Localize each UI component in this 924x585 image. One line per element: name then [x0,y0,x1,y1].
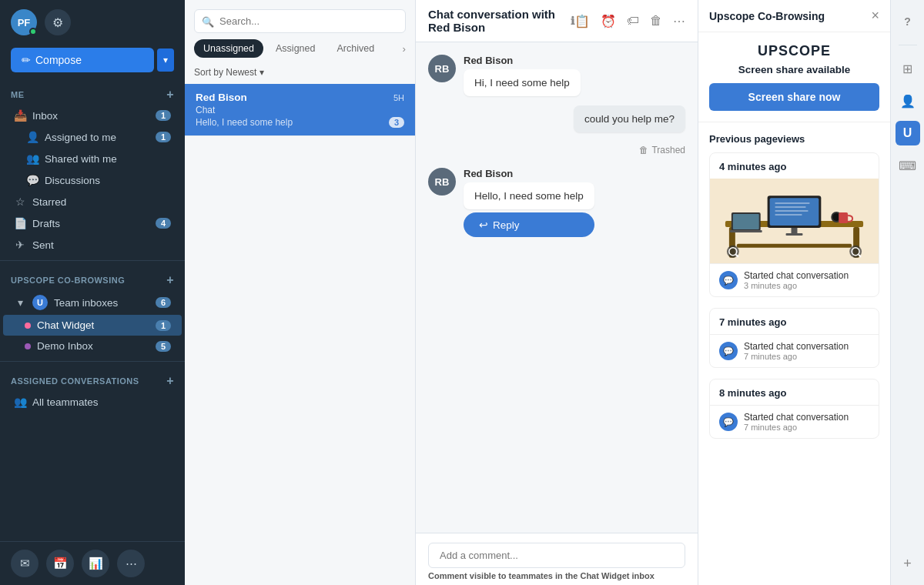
svg-rect-14 [839,212,848,223]
inbox-bottom-button[interactable]: ✉ [11,550,38,577]
chat-widget-badge: 1 [156,320,171,331]
shared-icon: 👥 [26,152,38,165]
screen-share-now-button[interactable]: Screen share now [709,83,879,111]
search-input[interactable] [194,9,406,33]
clock-button[interactable]: ⏰ [601,14,616,28]
trashed-indicator: 🗑 Trashed [428,142,685,159]
chat-messages: RB Red Bison Hi, I need some help could … [416,42,698,533]
screen-share-section: Screen share available Screen share now [698,64,890,122]
upscope-section-header: Upscope Co-browsing + [0,266,185,290]
sort-chevron-icon: ▾ [259,67,264,78]
trash-button[interactable]: 🗑 [650,14,662,28]
message-row-2: could you help me? [428,105,685,132]
edit-icon: ✏ [22,54,31,66]
keyboard-strip-button[interactable]: ⌨ [896,153,920,178]
teammates-icon: 👥 [14,396,26,408]
sidebar-bottom: ✉ 📅 📊 ⋯ [0,541,185,585]
add-assigned-button[interactable]: + [166,374,174,388]
message-bubble-wrap-3: Red Bison Hello, I need some help ↩ Repl… [464,168,594,237]
add-icon: + [903,556,912,572]
team-inboxes-badge: 6 [156,297,171,308]
settings-button[interactable]: ⚙ [45,9,71,35]
pageviews-section: Previous pageviews 4 minutes ago [698,122,890,460]
more-chat-button[interactable]: ⋯ [673,14,685,28]
help-icon: ? [904,15,911,28]
pageview-thumb-1 [710,179,879,263]
sidebar-item-discussions[interactable]: 💬 Discussions [3,169,182,191]
sidebar-item-drafts[interactable]: 📄 Drafts 4 [3,212,182,234]
sidebar-item-demo-inbox[interactable]: Demo Inbox 5 [3,336,182,356]
sidebar-item-starred[interactable]: ☆ Starred [3,191,182,212]
add-strip-button[interactable]: + [896,551,920,576]
pageview-event-3: 💬 Started chat conversation 7 minutes ag… [710,405,879,438]
user-strip-icon: 👤 [900,94,916,109]
tab-archived[interactable]: Archived [327,39,383,58]
sidebar-item-shared[interactable]: 👥 Shared with me [3,148,182,169]
compose-button[interactable]: ✏ Compose [11,48,154,72]
inbox-icon: 📥 [14,109,26,122]
reply-icon: ↩ [479,219,488,231]
drafts-badge: 4 [156,218,171,229]
message-bubble-wrap: Red Bison Hi, I need some help [464,55,581,96]
star-icon: ☆ [14,196,26,208]
sidebar-item-assigned-to-me[interactable]: 👤 Assigned to me 1 [3,126,182,148]
trash-small-icon: 🗑 [639,145,648,155]
icon-strip: ? ⊞ 👤 U ⌨ + [890,0,924,585]
mail-icon: ✉ [20,557,30,570]
chat-header: Chat conversation with Red Bison ℹ 📋 ⏰ 🏷… [416,0,698,42]
sort-button[interactable]: Sort by Newest ▾ [194,67,264,78]
calendar-button[interactable]: 📅 [46,550,74,577]
calendar-icon: 📅 [53,557,68,570]
keyboard-icon: ⌨ [899,159,916,173]
avatar[interactable]: PF [11,9,37,35]
grid-strip-button[interactable]: ⊞ [896,56,920,81]
right-panel-header: Upscope Co-Browsing × [698,0,890,32]
team-inboxes-icon: U [32,295,48,310]
tab-unassigned[interactable]: Unassigned [194,39,263,58]
tabs-more-arrow[interactable]: › [403,43,406,55]
more-button[interactable]: ⋯ [117,550,145,577]
chat-title: Chat conversation with Red Bison ℹ [428,8,574,34]
chevron-down-icon: ▾ [14,296,26,309]
message-bubble-3: Hello, I need some help [464,182,594,209]
upscope-logo: UPSCOPE [698,32,890,64]
compose-caret-button[interactable]: ▾ [157,48,174,72]
snooze-button[interactable]: 📋 [574,14,590,28]
reports-button[interactable]: 📊 [82,550,109,577]
add-upscope-button[interactable]: + [166,273,174,287]
tab-assigned[interactable]: Assigned [266,39,324,58]
message-bubble: Hi, I need some help [464,69,581,96]
sidebar-item-team-inboxes[interactable]: ▾ U Team inboxes 6 [3,290,182,315]
me-section-header: Me + [0,80,185,105]
chat-event-icon-3: 💬 [719,413,738,431]
sidebar-item-all-teammates[interactable]: 👥 All teammates [3,391,182,413]
grid-icon: ⊞ [902,62,912,76]
help-strip-button[interactable]: ? [896,9,920,34]
sidebar: PF ⚙ ✏ Compose ▾ Me + 📥 Inbox 1 👤 Assign… [0,0,185,585]
conversation-item[interactable]: Red Bison 5H Chat Hello, I need some hel… [185,84,415,136]
rb-avatar-2: RB [428,168,456,196]
pageview-card-2: 7 minutes ago 💬 Started chat conversatio… [709,308,879,368]
reply-button[interactable]: ↩ Reply [464,212,594,237]
u-strip-button[interactable]: U [896,121,920,145]
demo-inbox-badge: 5 [156,341,171,352]
sidebar-item-chat-widget[interactable]: Chat Widget 1 [3,315,182,336]
tag-button[interactable]: 🏷 [627,14,639,28]
sidebar-item-sent[interactable]: ✈ Sent [3,234,182,256]
chart-icon: 📊 [89,557,103,570]
svg-rect-6 [770,198,819,226]
pageview-event-2: 💬 Started chat conversation 7 minutes ag… [710,334,879,367]
message-row-3: RB Red Bison Hello, I need some help ↩ R… [428,168,685,237]
right-panel: Upscope Co-Browsing × UPSCOPE Screen sha… [698,0,890,585]
sort-row: Sort by Newest ▾ [185,64,415,84]
user-strip-button[interactable]: 👤 [896,89,920,113]
comment-input[interactable] [428,543,685,568]
comment-note: Comment visible to teammates in the Chat… [428,568,685,580]
conversations-panel: 🔍 Unassigned Assigned Archived › Sort by… [185,0,416,585]
svg-rect-7 [792,228,798,234]
add-me-button[interactable]: + [166,88,174,102]
close-right-panel-button[interactable]: × [871,8,879,24]
compose-row: ✏ Compose ▾ [0,45,185,80]
sidebar-item-inbox[interactable]: 📥 Inbox 1 [3,105,182,126]
message-bubble-2: could you help me? [574,105,685,132]
